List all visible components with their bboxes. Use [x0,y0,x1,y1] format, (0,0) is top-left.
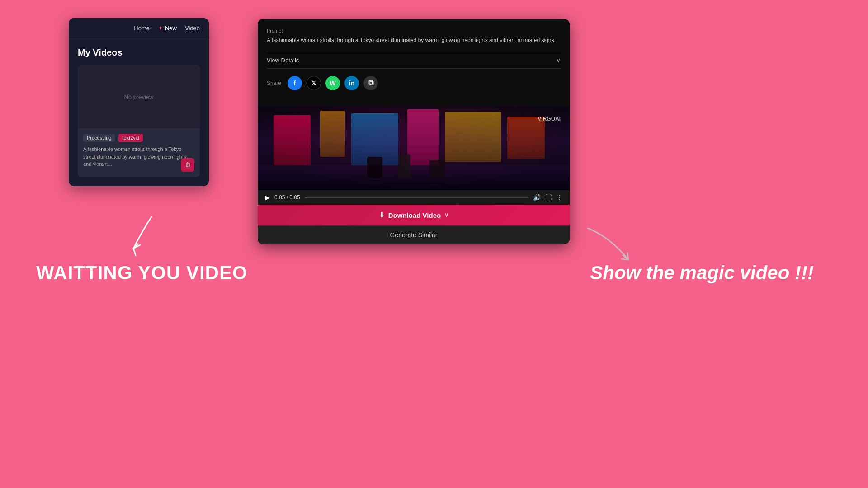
nav-new[interactable]: ✦ New [158,24,177,32]
download-button-label: Download Video [388,211,441,219]
prompt-text: A fashionable woman strolls through a To… [267,36,561,44]
more-options-button[interactable]: ⋮ [556,194,562,201]
delete-button[interactable]: 🗑 [181,158,194,172]
video-card: No preview Processing text2vid A fashion… [78,65,200,177]
left-panel: Home ✦ New Video My Videos No preview Pr… [69,18,209,186]
download-icon: ⬇ [379,211,385,219]
spark-icon: ✦ [158,24,163,32]
processing-badge: Processing [83,134,115,142]
video-preview-area: No preview [78,65,200,128]
video-controls: ▶ 0:05 / 0:05 🔊 ⛶ ⋮ [258,190,570,205]
nav-home[interactable]: Home [134,25,150,32]
fullscreen-button[interactable]: ⛶ [545,194,552,201]
whatsapp-share-button[interactable]: W [326,76,340,90]
right-panel-content: Prompt A fashionable woman strolls throu… [258,19,570,107]
download-chevron-icon: ∨ [444,212,448,218]
page-title: My Videos [78,47,200,58]
chevron-down-icon: ∨ [556,56,561,64]
view-details-text: View Details [267,57,299,64]
copy-link-button[interactable]: ⧉ [363,76,378,90]
video-card-body: Processing text2vid A fashionable woman … [78,128,200,177]
no-preview-label: No preview [124,94,153,100]
prompt-label: Prompt [267,28,561,33]
linkedin-share-button[interactable]: in [344,76,359,90]
generate-similar-button[interactable]: Generate Similar [258,225,570,244]
tokyo-scene: VIRGOAI [258,107,570,190]
nav-video[interactable]: Video [185,25,200,32]
panel-content: My Videos No preview Processing text2vid… [69,38,209,186]
video-description: A fashionable woman strolls through a To… [83,145,194,168]
text2vid-badge: text2vid [118,134,143,142]
watermark: VIRGOAI [538,116,561,122]
volume-button[interactable]: 🔊 [533,194,541,201]
share-row: Share f 𝕏 W in ⧉ [267,76,561,90]
status-badges: Processing text2vid [83,134,194,142]
play-button[interactable]: ▶ [265,194,270,201]
view-details-row[interactable]: View Details ∨ [267,52,561,69]
video-player-area: VIRGOAI ▶ 0:05 / 0:05 🔊 ⛶ ⋮ ⬇ Download V… [258,107,570,244]
download-video-button[interactable]: ⬇ Download Video ∨ [258,205,570,225]
time-display: 0:05 / 0:05 [274,194,300,201]
facebook-share-button[interactable]: f [288,76,302,90]
video-thumbnail: VIRGOAI [258,107,570,190]
right-annotation-label: Show the magic video !!! [590,262,814,284]
arrow-left [115,212,170,267]
progress-bar[interactable] [305,197,528,198]
navigation-bar: Home ✦ New Video [69,18,209,38]
left-annotation-label: WAITTING YOU VIDEO [36,262,248,284]
right-panel: Prompt A fashionable woman strolls throu… [258,19,570,244]
share-label: Share [267,80,281,86]
twitter-share-button[interactable]: 𝕏 [307,76,321,90]
